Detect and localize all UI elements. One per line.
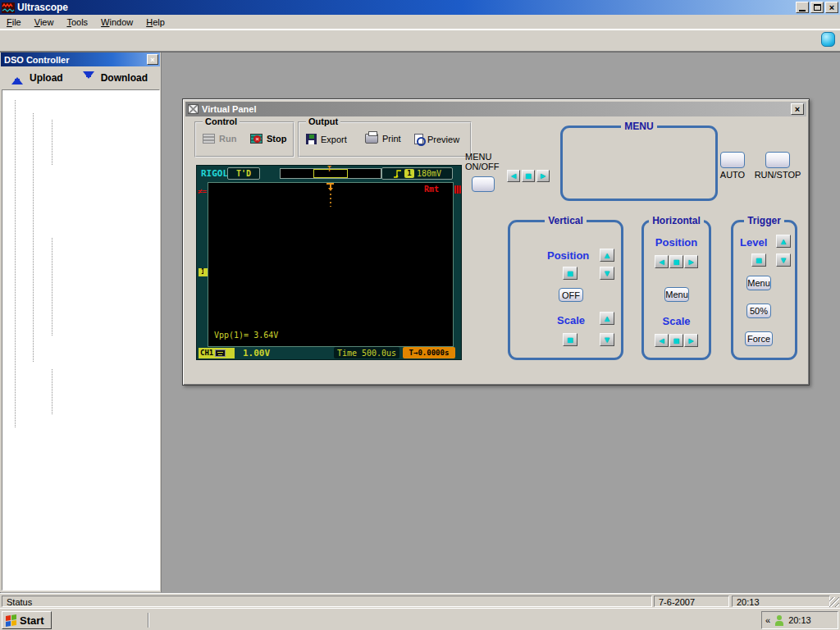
upload-button[interactable]: Upload bbox=[30, 72, 63, 84]
output-group-label: Output bbox=[306, 116, 340, 126]
output-group: Output Export Print Preview bbox=[298, 121, 472, 158]
close-button[interactable]: × bbox=[825, 2, 838, 13]
horizontal-position-set-button[interactable]: ■ bbox=[669, 255, 683, 268]
tree-guide bbox=[15, 100, 16, 427]
preview-button[interactable]: Preview bbox=[414, 134, 459, 144]
connection-indicator bbox=[821, 32, 835, 47]
menu-help[interactable]: Help bbox=[139, 16, 171, 29]
nav-select-button[interactable]: ■ bbox=[522, 170, 535, 182]
menu-group: MENU bbox=[560, 126, 718, 201]
tree-guide bbox=[52, 238, 52, 336]
maximize-button[interactable] bbox=[810, 2, 824, 13]
horizontal-menu-button[interactable]: Menu bbox=[664, 287, 689, 302]
trigger-force-button[interactable]: Force bbox=[745, 331, 773, 346]
status-text: Status bbox=[2, 596, 652, 607]
trigger-group-label: Trigger bbox=[744, 215, 784, 226]
nav-left-button[interactable]: ◀ bbox=[507, 170, 520, 182]
dso-tree bbox=[2, 89, 160, 591]
trigger-level-value: 180mV bbox=[417, 169, 441, 178]
taskbar: Start « 20:13 bbox=[0, 608, 840, 630]
status-date: 7-6-2007 bbox=[654, 596, 729, 607]
download-button[interactable]: Download bbox=[101, 72, 148, 84]
vertical-off-button[interactable]: OFF bbox=[559, 288, 583, 302]
dso-controller-panel: DSO Controller × Upload Download bbox=[0, 52, 162, 592]
la-level-marker: ≠= bbox=[198, 187, 207, 195]
messenger-icon[interactable] bbox=[774, 615, 784, 626]
scope-graticule bbox=[208, 182, 454, 347]
trigger-menu-button[interactable]: Menu bbox=[746, 276, 771, 290]
menu-file[interactable]: File bbox=[0, 16, 28, 29]
trigger-level-label: Level bbox=[740, 236, 767, 249]
menu-tools[interactable]: Tools bbox=[60, 16, 94, 29]
menu-onoff-button[interactable] bbox=[472, 176, 495, 192]
start-button[interactable]: Start bbox=[2, 611, 52, 629]
menu-window[interactable]: Window bbox=[94, 16, 139, 29]
horizontal-scale-set-button[interactable]: ■ bbox=[669, 334, 683, 347]
menubar: FileViewToolsWindowHelp bbox=[0, 15, 840, 30]
trigger-level-down-button[interactable]: ▼ bbox=[776, 253, 791, 267]
menu-group-label: MENU bbox=[621, 121, 656, 132]
horizontal-scale-left-button[interactable]: ◀ bbox=[655, 334, 669, 347]
trigger-level-up-button[interactable]: ▲ bbox=[776, 235, 791, 248]
resize-grip[interactable] bbox=[829, 597, 839, 607]
trigger-source-badge: 1 bbox=[404, 169, 414, 178]
trigger-position-dashes bbox=[330, 194, 331, 207]
vertical-position-down-button[interactable]: ▼ bbox=[600, 267, 614, 280]
system-tray: « 20:13 bbox=[761, 611, 838, 629]
desktop: Ultrascope × FileViewToolsWindowHelp DSO… bbox=[0, 0, 840, 630]
waveform-position-bar: T bbox=[280, 168, 381, 179]
trigger-offset-readout: T→0.0000s bbox=[403, 347, 455, 358]
measurement-readout: Vpp(1)= 3.64V bbox=[214, 331, 278, 340]
control-group: Control Run Stop bbox=[194, 121, 294, 158]
trigger-position-marker bbox=[326, 183, 334, 194]
run-button[interactable]: Run bbox=[203, 134, 236, 144]
trigger-50-button[interactable]: 50% bbox=[746, 304, 771, 318]
horizontal-position-right-button[interactable]: ▶ bbox=[684, 255, 698, 268]
vertical-group: Vertical Position ▲ ■ ▼ OFF Scale ▲ ■ ▼ bbox=[508, 220, 623, 360]
timebase-readout: Time 500.0us bbox=[334, 347, 399, 358]
rising-edge-icon bbox=[393, 169, 402, 179]
vertical-scale-down-button[interactable]: ▼ bbox=[600, 333, 614, 346]
vertical-position-up-button[interactable]: ▲ bbox=[600, 249, 614, 262]
trigger-level-set-button[interactable]: ■ bbox=[751, 253, 766, 267]
nav-right-button[interactable]: ▶ bbox=[536, 170, 550, 182]
dso-panel-close-icon[interactable]: × bbox=[147, 54, 158, 65]
horizontal-position-left-button[interactable]: ◀ bbox=[655, 255, 669, 268]
status-time: 20:13 bbox=[732, 596, 830, 607]
minimize-button[interactable] bbox=[796, 2, 809, 13]
runstop-button[interactable] bbox=[765, 152, 790, 168]
auto-button[interactable] bbox=[720, 152, 745, 168]
tray-clock: 20:13 bbox=[788, 615, 811, 625]
tree-guide bbox=[52, 369, 52, 414]
menu-view[interactable]: View bbox=[28, 16, 61, 29]
virtual-panel-icon bbox=[188, 104, 199, 114]
print-button[interactable]: Print bbox=[365, 134, 401, 144]
scope-display: RIGOL T'D T 1 180mV Rmt ≠= 1 bbox=[196, 165, 462, 360]
dso-panel-title: DSO Controller bbox=[4, 55, 69, 65]
channel1-position-marker: 1 bbox=[199, 268, 208, 276]
trigger-status-badge: T'D bbox=[227, 167, 260, 180]
horizontal-scale-right-button[interactable]: ▶ bbox=[684, 334, 698, 347]
vertical-scale-set-button[interactable]: ■ bbox=[563, 333, 578, 346]
upload-icon[interactable] bbox=[11, 71, 23, 84]
vertical-position-set-button[interactable]: ■ bbox=[563, 267, 578, 280]
tree-guide bbox=[52, 120, 52, 165]
export-icon bbox=[306, 134, 317, 144]
toolbar bbox=[0, 30, 840, 52]
preview-icon bbox=[414, 134, 423, 144]
print-icon bbox=[365, 134, 378, 144]
virtual-panel-close-icon[interactable]: × bbox=[791, 103, 804, 115]
tray-chevron[interactable]: « bbox=[765, 615, 770, 625]
export-button[interactable]: Export bbox=[306, 134, 347, 144]
stop-icon bbox=[250, 134, 262, 144]
stop-button[interactable]: Stop bbox=[250, 134, 286, 144]
control-group-label: Control bbox=[203, 116, 240, 126]
coupling-icon bbox=[215, 349, 226, 357]
vertical-scale-up-button[interactable]: ▲ bbox=[600, 312, 614, 325]
virtual-panel-caption[interactable]: Virtual Panel × bbox=[185, 102, 806, 116]
workspace: DSO Controller × Upload Download bbox=[0, 52, 840, 593]
runstop-label: RUN/STOP bbox=[749, 170, 806, 180]
download-icon[interactable] bbox=[83, 71, 94, 84]
ultrascope-logo-icon bbox=[2, 2, 15, 13]
trigger-position-mini-marker: T bbox=[327, 167, 331, 173]
